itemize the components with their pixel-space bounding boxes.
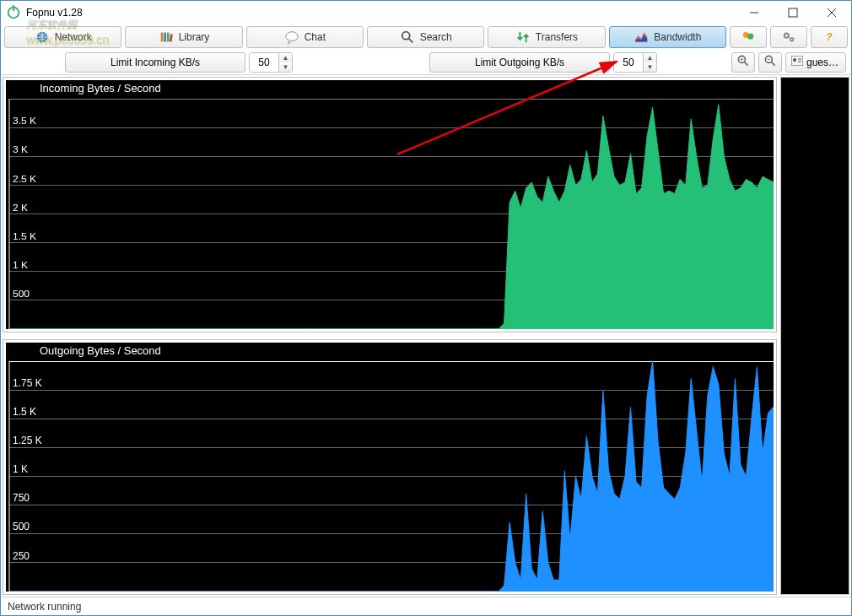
chat-icon (284, 30, 299, 45)
svg-text:3.5 K: 3.5 K (13, 116, 36, 127)
svg-rect-7 (160, 33, 163, 42)
gear-icon (781, 30, 796, 45)
tab-label: Transfers (536, 31, 578, 43)
svg-text:500: 500 (13, 521, 30, 533)
svg-line-13 (408, 39, 413, 43)
user-menu-button[interactable]: guest1... (785, 52, 846, 73)
tab-bandwidth[interactable]: Bandwidth (609, 26, 726, 48)
svg-text:2 K: 2 K (13, 202, 28, 213)
limit-outgoing-label: Limit Outgoing KB/s (475, 57, 564, 68)
svg-point-15 (747, 34, 753, 40)
svg-point-11 (285, 32, 297, 41)
limit-incoming-button[interactable]: Limit Incoming KB/s (65, 52, 245, 73)
svg-point-17 (785, 35, 788, 37)
side-panel (780, 77, 849, 595)
svg-rect-8 (164, 33, 166, 42)
tab-label: Bandwidth (654, 31, 701, 43)
incoming-chart-title: Incoming Bytes / Second (40, 82, 161, 95)
spin-down-icon[interactable]: ▼ (643, 62, 656, 72)
svg-text:750: 750 (13, 492, 30, 505)
svg-text:1 K: 1 K (13, 259, 28, 270)
outgoing-chart-title: Outgoing Bytes / Second (40, 344, 161, 357)
magnify-minus-icon (763, 54, 777, 70)
search-icon (400, 30, 415, 45)
tab-label: Network (55, 31, 92, 43)
svg-text:1.75 K: 1.75 K (13, 376, 42, 389)
spin-up-icon[interactable]: ▲ (643, 53, 656, 62)
svg-point-28 (793, 58, 796, 62)
outgoing-chart: 2505007501 K1.25 K1.5 K1.75 K2 K (6, 361, 774, 592)
svg-rect-10 (170, 34, 173, 41)
network-icon (35, 30, 50, 45)
maximize-button[interactable] (774, 1, 812, 24)
library-icon (159, 30, 174, 45)
minimize-button[interactable] (735, 1, 774, 24)
limits-bar: Limit Incoming KB/s ▲▼ Limit Outgoing KB… (1, 50, 851, 75)
help-icon: ? (826, 31, 832, 43)
tab-transfers[interactable]: Transfers (488, 26, 605, 48)
svg-point-19 (791, 39, 793, 41)
svg-text:1.5 K: 1.5 K (13, 230, 36, 241)
settings-button[interactable] (770, 26, 807, 48)
bandwidth-icon (634, 30, 649, 45)
limit-outgoing-button[interactable]: Limit Outgoing KB/s (429, 52, 610, 73)
svg-text:500: 500 (13, 288, 30, 299)
limit-outgoing-spinner[interactable]: ▲▼ (613, 52, 657, 73)
limit-outgoing-value[interactable] (614, 53, 643, 72)
tab-search[interactable]: Search (367, 26, 484, 48)
svg-text:1.25 K: 1.25 K (13, 435, 42, 447)
tab-label: Chat (305, 31, 326, 43)
zoom-out-button[interactable] (758, 52, 782, 73)
svg-text:2.5 K: 2.5 K (13, 173, 36, 184)
spin-down-icon[interactable]: ▼ (278, 62, 292, 72)
svg-text:1 K: 1 K (13, 463, 29, 476)
tab-library[interactable]: Library (125, 26, 242, 48)
svg-rect-27 (791, 56, 803, 66)
help-button[interactable]: ? (811, 26, 848, 48)
app-icon (6, 5, 21, 20)
tab-label: Search (420, 31, 452, 43)
close-button[interactable] (812, 1, 851, 24)
main-toolbar: Network Library Chat Search Transfers Ba… (1, 24, 851, 50)
incoming-chart: 5001 K1.5 K2 K2.5 K3 K3.5 K4 K (6, 99, 774, 329)
transfers-icon (515, 30, 531, 45)
users-icon (741, 30, 756, 45)
svg-rect-3 (789, 8, 797, 17)
magnify-plus-icon (736, 54, 750, 70)
user-label: guest1... (806, 57, 840, 68)
window-title: Fopnu v1.28 (26, 7, 735, 19)
limit-incoming-label: Limit Incoming KB/s (111, 57, 200, 68)
svg-text:250: 250 (13, 549, 30, 562)
svg-point-12 (402, 32, 409, 40)
id-card-icon (791, 56, 803, 68)
limit-incoming-spinner[interactable]: ▲▼ (249, 52, 293, 73)
svg-line-25 (772, 62, 775, 66)
incoming-chart-panel: Incoming Bytes / Second 5001 K1.5 K2 K2.… (3, 77, 777, 332)
svg-text:1.5 K: 1.5 K (13, 405, 37, 418)
title-bar: Fopnu v1.28 (1, 1, 851, 24)
svg-text:3 K: 3 K (13, 144, 28, 155)
outgoing-chart-panel: Outgoing Bytes / Second 2505007501 K1.25… (3, 339, 777, 595)
svg-rect-9 (167, 33, 170, 42)
tab-network[interactable]: Network (4, 26, 121, 48)
svg-rect-1 (13, 5, 14, 11)
status-text: Network running (8, 601, 81, 613)
tab-label: Library (179, 31, 210, 43)
users-button[interactable] (730, 26, 767, 48)
limit-incoming-value[interactable] (250, 53, 278, 72)
svg-line-21 (745, 62, 748, 66)
tab-chat[interactable]: Chat (246, 26, 364, 48)
zoom-in-button[interactable] (731, 52, 755, 73)
status-bar: Network running (1, 597, 851, 615)
spin-up-icon[interactable]: ▲ (278, 53, 292, 62)
